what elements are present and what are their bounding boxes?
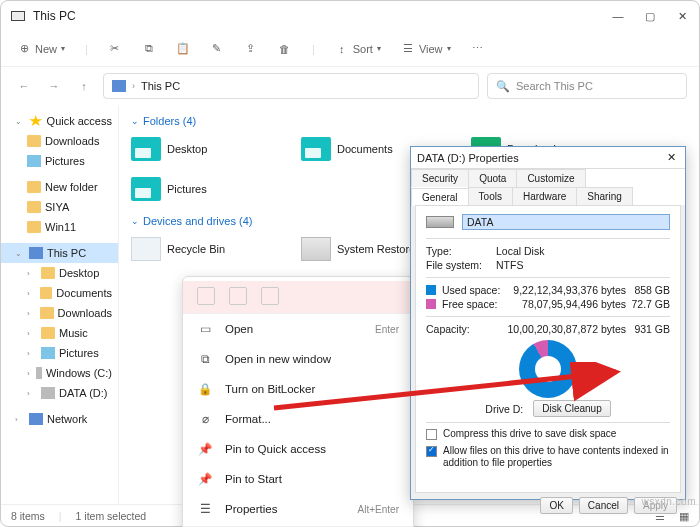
view-button[interactable]: ☰View▾ [401,42,451,56]
window-icon: ⧉ [197,351,213,367]
properties-icon: ☰ [197,501,213,517]
context-menu: ▭OpenEnter ⧉Open in new window 🔒Turn on … [182,276,414,527]
drive-label: Drive D: [485,403,523,415]
tab-general[interactable]: General [411,188,469,206]
folder-icon [41,327,55,339]
copy-icon[interactable] [229,287,247,305]
ctx-open-new-window[interactable]: ⧉Open in new window [183,344,413,374]
tab-tools[interactable]: Tools [468,187,513,205]
rename-icon[interactable]: ✎ [210,42,224,56]
tab-security[interactable]: Security [411,169,469,187]
sidebar-win11[interactable]: Win11 [1,217,118,237]
sort-button[interactable]: ↕Sort▾ [335,42,381,56]
up-button[interactable]: ↑ [73,75,95,97]
ctx-pin-start[interactable]: 📌Pin to Start [183,464,413,494]
drive-recycle-bin[interactable]: Recycle Bin [131,233,281,265]
drive-icon [36,367,42,379]
tab-quota[interactable]: Quota [468,169,517,187]
search-placeholder: Search This PC [516,80,593,92]
path-box[interactable]: › This PC [103,73,479,99]
forward-button[interactable]: → [43,75,65,97]
this-pc-icon [112,80,126,92]
rename-icon[interactable] [261,287,279,305]
used-swatch [426,285,436,295]
dialog-titlebar: DATA (D:) Properties ✕ [411,147,685,169]
sidebar-downloads[interactable]: Downloads [1,131,118,151]
tab-hardware[interactable]: Hardware [512,187,577,205]
ctx-open[interactable]: ▭OpenEnter [183,314,413,344]
status-selected: 1 item selected [76,510,147,522]
folders-header[interactable]: Folders (4) [131,115,687,127]
ctx-pin-quick[interactable]: 📌Pin to Quick access [183,434,413,464]
sidebar-network[interactable]: Network [1,409,118,429]
sidebar-music[interactable]: Music [1,323,118,343]
more-icon[interactable]: ⋯ [471,42,485,56]
drive-icon [41,387,55,399]
tab-customize[interactable]: Customize [516,169,585,187]
titlebar: This PC — ▢ ✕ [1,1,699,31]
disk-cleanup-button[interactable]: Disk Cleanup [533,400,610,417]
new-button[interactable]: ⊕New▾ [17,42,65,56]
folder-pictures[interactable]: Pictures [131,173,281,205]
address-bar: ← → ↑ › This PC 🔍 Search This PC [1,67,699,105]
index-checkbox[interactable] [426,446,437,457]
search-box[interactable]: 🔍 Search This PC [487,73,687,99]
status-item-count: 8 items [11,510,45,522]
sidebar-downloads2[interactable]: Downloads [1,303,118,323]
open-icon: ▭ [197,321,213,337]
folder-desktop[interactable]: Desktop [131,133,281,165]
recycle-icon [131,237,161,261]
folder-icon [131,177,161,201]
dialog-close-button[interactable]: ✕ [663,151,679,164]
drive-name-field[interactable]: DATA [462,214,670,230]
sidebar-data-d[interactable]: DATA (D:) [1,383,118,403]
ctx-format[interactable]: ⌀Format... [183,404,413,434]
cut-icon[interactable]: ✂ [108,42,122,56]
ctx-bitlocker[interactable]: 🔒Turn on BitLocker [183,374,413,404]
folder-icon [27,135,41,147]
paste-icon[interactable]: 📋 [176,42,190,56]
sidebar-pictures[interactable]: Pictures [1,151,118,171]
folder-icon [27,201,41,213]
pictures-icon [27,155,41,167]
sidebar-quick-access[interactable]: Quick access [1,111,118,131]
this-pc-icon [11,11,25,21]
folder-icon [301,137,331,161]
pc-icon [29,247,43,259]
folder-icon [41,267,55,279]
tab-sharing[interactable]: Sharing [576,187,632,205]
back-button[interactable]: ← [13,75,35,97]
sidebar-siya[interactable]: SIYA [1,197,118,217]
format-icon: ⌀ [197,411,213,427]
pin-icon: 📌 [197,441,213,457]
path-segment[interactable]: This PC [141,80,180,92]
command-bar: ⊕New▾ | ✂ ⧉ 📋 ✎ ⇪ 🗑 | ↕Sort▾ ☰View▾ ⋯ [1,31,699,67]
drive-icon [426,216,454,228]
copy-icon[interactable]: ⧉ [142,42,156,56]
folder-icon [27,181,41,193]
share-icon[interactable]: ⇪ [244,42,258,56]
sidebar-pictures2[interactable]: Pictures [1,343,118,363]
compress-checkbox[interactable] [426,429,437,440]
star-icon [29,115,43,127]
delete-icon[interactable]: 🗑 [278,42,292,56]
cancel-button[interactable]: Cancel [579,497,628,514]
sidebar-new-folder[interactable]: New folder [1,177,118,197]
cut-icon[interactable] [197,287,215,305]
maximize-button[interactable]: ▢ [643,9,657,23]
folder-icon [40,307,53,319]
window-title: This PC [33,9,611,23]
nav-pane: Quick access Downloads Pictures New fold… [1,105,119,504]
ctx-properties[interactable]: ☰PropertiesAlt+Enter [183,494,413,524]
ok-button[interactable]: OK [540,497,572,514]
folder-icon [131,137,161,161]
drive-icon [301,237,331,261]
sidebar-documents[interactable]: Documents [1,283,118,303]
close-button[interactable]: ✕ [675,9,689,23]
minimize-button[interactable]: — [611,9,625,23]
sidebar-desktop[interactable]: Desktop [1,263,118,283]
context-icon-row [183,281,413,314]
sidebar-windows-c[interactable]: Windows (C:) [1,363,118,383]
folder-icon [27,221,41,233]
sidebar-this-pc[interactable]: This PC [1,243,118,263]
